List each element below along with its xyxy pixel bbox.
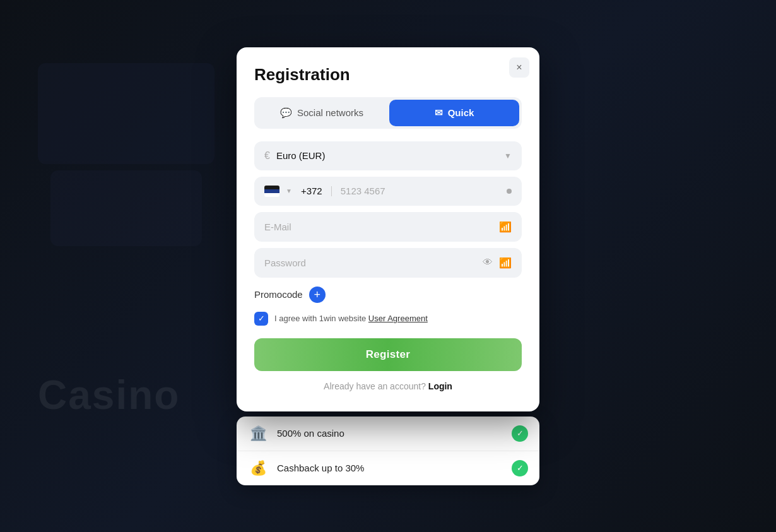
login-link[interactable]: Login: [428, 381, 452, 391]
flag-chevron-icon: ▼: [286, 187, 292, 194]
casino-check-badge: ✓: [512, 425, 528, 442]
field-group: € ▼ ▼ +372 📶: [254, 141, 522, 278]
phone-dot-indicator: [507, 189, 512, 194]
flag-estonia: [264, 186, 279, 197]
tab-social-networks[interactable]: 💬 Social networks: [257, 100, 387, 126]
eye-icon[interactable]: 👁: [483, 257, 493, 268]
bonus-casino-text: 500% on casino: [277, 428, 503, 439]
user-agreement-link[interactable]: User Agreement: [368, 314, 428, 323]
modal-container: Registration × 💬 Social networks ✉ Quick…: [237, 47, 539, 485]
tab-quick[interactable]: ✉ Quick: [389, 100, 519, 126]
agreement-text: I agree with 1win website User Agreement: [274, 314, 428, 323]
tab-row: 💬 Social networks ✉ Quick: [254, 97, 522, 129]
chevron-down-icon: ▼: [504, 151, 512, 160]
promocode-row: Promocode +: [254, 287, 522, 303]
register-button[interactable]: Register: [254, 338, 522, 371]
autofill-icon: 📶: [499, 221, 512, 233]
password-autofill-icon: 📶: [499, 257, 512, 269]
add-promocode-button[interactable]: +: [309, 287, 326, 303]
casino-icon: 🏛️: [248, 425, 268, 442]
registration-modal: Registration × 💬 Social networks ✉ Quick…: [237, 47, 539, 411]
email-field[interactable]: 📶: [254, 212, 522, 242]
bonus-card-cashback: 💰 Cashback up to 30% ✓: [237, 451, 539, 485]
bonus-card-casino: 🏛️ 500% on casino ✓: [237, 417, 539, 451]
agreement-row: ✓ I agree with 1win website User Agreeme…: [254, 312, 522, 326]
agreement-checkbox[interactable]: ✓: [254, 312, 268, 326]
check-icon: ✓: [258, 314, 265, 323]
password-field[interactable]: 👁 📶: [254, 248, 522, 278]
currency-field[interactable]: € ▼: [254, 141, 522, 170]
email-input[interactable]: [264, 222, 493, 232]
password-input[interactable]: [264, 257, 476, 268]
promocode-label: Promocode: [254, 289, 303, 300]
social-icon: 💬: [280, 107, 292, 119]
check-mark-icon: ✓: [517, 429, 524, 438]
phone-divider: [331, 186, 332, 196]
cashback-check-badge: ✓: [512, 460, 528, 476]
cashback-icon: 💰: [248, 460, 268, 476]
euro-icon: €: [264, 150, 270, 162]
envelope-icon: ✉: [435, 107, 443, 119]
close-button[interactable]: ×: [509, 57, 529, 78]
login-row: Already have an account? Login: [254, 381, 522, 391]
phone-input[interactable]: [341, 186, 500, 196]
bonus-cards: 🏛️ 500% on casino ✓ 💰 Cashback up to 30%…: [237, 417, 539, 485]
bonus-cashback-text: Cashback up to 30%: [277, 463, 503, 473]
modal-title: Registration: [254, 65, 522, 85]
check-mark-icon-2: ✓: [517, 463, 524, 473]
phone-field[interactable]: ▼ +372: [254, 177, 522, 206]
currency-input[interactable]: [276, 150, 498, 161]
phone-prefix: +372: [301, 186, 322, 196]
